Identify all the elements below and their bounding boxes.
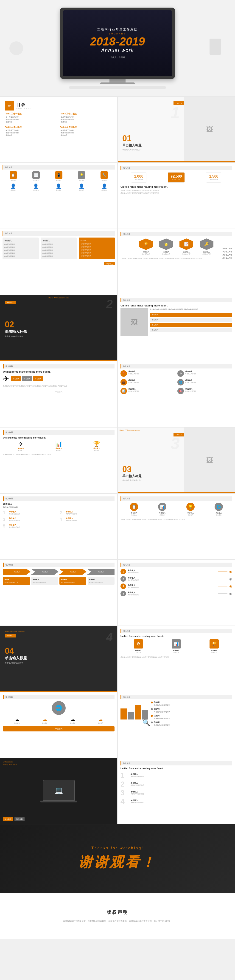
part4-text-label: 输入标题 [123,630,130,632]
person-5: 👤 单击输入 [94,183,115,191]
chart-list-item-3: 关键词 单击输入内容说明文字 [151,714,232,720]
part1-sub: 单击输入内容说明文字 [122,148,141,151]
part4-title: 单击输入标题 [5,656,113,661]
plane-body: 单击输入内容文字说明单击输入内容文字说明单击输入内容文字说明单击输入内容文字说明 [3,385,114,388]
icon-list-item-5: 📊 单击输入 单击输入内容说明 [121,388,175,394]
part4-num: 04 [5,646,113,656]
laptop-visual: 💻 [3,767,114,815]
three-icon-1: ✈ 单击输入 单击输入 [3,441,39,452]
plane-footer: 单击输入 [3,389,114,393]
four-item-4: 🌐 单击输入 单击输入 [205,503,232,516]
color-box-2: 单击输入 [22,376,32,381]
stats-boxes: 1,000 单击输入内容 ¥2,500 单击输入内容 1,500 单击输入内容 [121,172,232,183]
hex-block-1: 🏆 比较输入 单击输入内容 [137,239,155,255]
icon-item-2: 📊 单击输入 [25,171,47,181]
icon-list-item-6: 🎯 单击输入 单击输入内容说明 [178,388,232,394]
icon-6: 🎯 [178,388,184,394]
contents-item-4: Part 4 工作四概述 • 第四季度工作内容• 概括内容回顾说明• 概括内容 [60,126,113,137]
unified-label-laptop2: reading more fluent. [3,764,114,765]
n-item-1: 1 单击输入 单击输入内容说明 [3,511,58,515]
circle-item-4: 4 单击输入 单击输入内容说明 ◉ [121,591,232,597]
big-num-1: 1 单击输入 单击输入内容说明文字 [121,772,232,779]
n-item-2: 2 单击输入 单击输入内容说明 [60,511,114,515]
net-item-2: ☁ 单击输入 [42,717,48,724]
box-3: 🏆 单击输入 说明文字 [196,639,232,654]
chart-list-label: 输入标题 [123,696,130,698]
step-box-4: 单击输入 单击输入内容说明文字 [88,577,114,585]
bar-chart-area: 🔍 [121,701,148,726]
description-text: 单击输入内容文字说明内容文字说明内容文字说明内容 单击输入内容文字说明内容文字说… [121,189,232,194]
network-label: 输入标题 [5,696,13,698]
part3-bg-num: 3 [171,434,180,453]
part1-content: 01 单击输入标题 单击输入内容说明文字 [122,134,141,151]
step-3: 单击输入 [59,569,87,575]
plane-content: ✈ 单击输入 单击输入 单击输入 [3,374,114,383]
icon-item-3: 📱 单击输入 [48,171,69,181]
icon-2: ⚙ [178,370,184,377]
icon-row: 📋 单击输入 📊 单击输入 📱 单击输入 💡 单击输入 🔧 单击输 [3,171,115,181]
thanks-cn: 谢谢观看！ [78,853,157,872]
icon-5: 📊 [121,388,127,394]
laptop-tag-2: 输入标题 [14,817,25,821]
contents-icon: ✏ [5,101,14,110]
slide-part4-text: 输入标题 Unified fonts make reading more flu… [118,626,235,692]
four-item-3: 💡 单击输入 单击输入 [177,503,204,516]
numbered-grid: 1 单击输入 单击输入内容说明 2 单击输入 单击输入内容说明 3 [3,511,114,528]
four-item-2: 📊 单击输入 单击输入 [149,503,176,516]
hex-block-2: ⭐ 比较输入 单击输入内容 [157,239,175,255]
chart-list-item-1: 关键词 单击输入内容说明文字 [151,701,232,706]
makes-ppt-p3: Makes PPT more convenient [119,430,140,431]
contents-title: 目录 [16,102,32,108]
slide-copyright: 版权声明 本模板版权归千图网所有，所有图片均来自网络，如有侵权请联系删除。本模板… [0,893,235,939]
copyright-title: 版权声明 [106,909,129,915]
hex-body-text: 单击输入内容文字说明单击输入内容文字说明单击输入内容文字说明单击输入内容文字说明… [121,258,232,260]
cloud-center: 🌐 [52,701,66,715]
part2-title: 单击输入标题 [5,329,113,334]
more-button[interactable]: 单击输入 [104,262,115,265]
makes-ppt-p4: Makes PPT more convenient [5,631,113,632]
v-numbered-label: 输入标题 [123,762,130,765]
bottom-bar-p2 [0,360,117,361]
slide-step-flow: 输入标题 单击输入 单击输入 单击输入 单击输入 单击输入 单击输入内容说明文字… [0,560,118,626]
three-icon-2: 📊 单击输入 单击输入 [41,441,77,452]
person-4: 👤 单击输入 [71,183,92,191]
icon-list-grid: 📍 单击输入 单击输入内容说明 ⚙ 单击输入 单击输入内容说明 💼 [121,370,232,394]
network-button[interactable]: 单击输入 [3,726,114,732]
laptop-input-row: 输入标题 输入标题 [3,817,114,821]
part3-content: 03 单击输入标题 单击输入内容说明文字 [122,465,141,482]
slide-v-numbered: 输入标题 Unified fonts make reading more flu… [118,758,235,824]
slides-row-7: 输入标题 Unified fonts make reading more flu… [0,427,235,493]
slides-row-3: 输入标题 📋 单击输入 📊 单击输入 📱 单击输入 💡 单击输入 [0,163,235,229]
part2-right-content: 单击输入内容文字说明单击输入内容文字说明单击输入内容文字说明 单击输入 单击输入… [150,308,232,336]
n-item-3: 3 单击输入 单击输入内容说明 [3,517,58,522]
slide-part4-banner: Makes PPT more convenient PART 4 4 04 单击… [0,626,118,692]
comparison-panels: 单击输入 • 内容说明文字 • 内容说明文字 • 内容说明文字 • 内容说明文字… [3,237,115,259]
circle-item-1: 1 单击输入 单击输入内容说明 ◉ [121,569,232,574]
icon-3: 💼 [121,379,127,385]
people-icon-row: 👤 单击输入 👤 单击输入 👤 单击输入 👤 单击输入 👤 单击输 [3,183,115,191]
person-1: 👤 单击输入 [3,183,24,191]
slides-row-5: PART 2 2 02 单击输入标题 单击输入内容说明文字 Makes PPT … [0,295,235,361]
slide-comparison: 输入标题 单击输入 • 内容说明文字 • 内容说明文字 • 内容说明文字 • 内… [0,229,118,295]
hex-block-3: 📈 比较输入 单击输入内容 [177,239,195,255]
slide-part1-intro: 🖼 PART 1 1 01 单击输入标题 单击输入内容说明文字 [118,97,235,163]
part2-text-label: 输入标题 [123,299,130,301]
chart-right-list: 关键词 单击输入内容说明文字 关键词 单击输入内容说明文字 [151,701,232,726]
slide-network: 输入标题 🌐 ☁ 单击输入 ☁ 单击输入 [0,692,118,758]
bottom-bar-p3 [118,492,235,493]
hex-title-label: 输入标题 [123,233,130,235]
part4-label: PART 4 [5,634,16,638]
big-num-2: 2 单击输入 单击输入内容说明文字 [121,780,232,788]
part1-bg-num: 1 [171,103,180,122]
slide-icon-list: 输入标题 📍 单击输入 单击输入内容说明 ⚙ 单击输入 单击输入内容说明 [118,361,235,427]
numbered-main-title: 单击输入单击输入附加内容 [3,503,114,509]
data-grid-label: 输入标题 [123,497,130,500]
part2-image: 🖼 [121,308,148,336]
step-box-3: 单击输入 单击输入内容说明文字 [59,577,86,585]
person-3: 👤 单击输入 [48,183,69,191]
part2-label: PART 2 [5,301,16,304]
part4-bg-num: 4 [106,631,113,644]
slide-contents: ✏ 目录 CONTENTS Part 1 工作一概述 • 第一季度工作内容• 概… [0,97,118,163]
copyright-text: 本模板版权归千图网所有，所有图片均来自网络，如有侵权请联系删除。本模板仅供学习交… [63,919,172,923]
part3-num: 03 [122,465,141,474]
